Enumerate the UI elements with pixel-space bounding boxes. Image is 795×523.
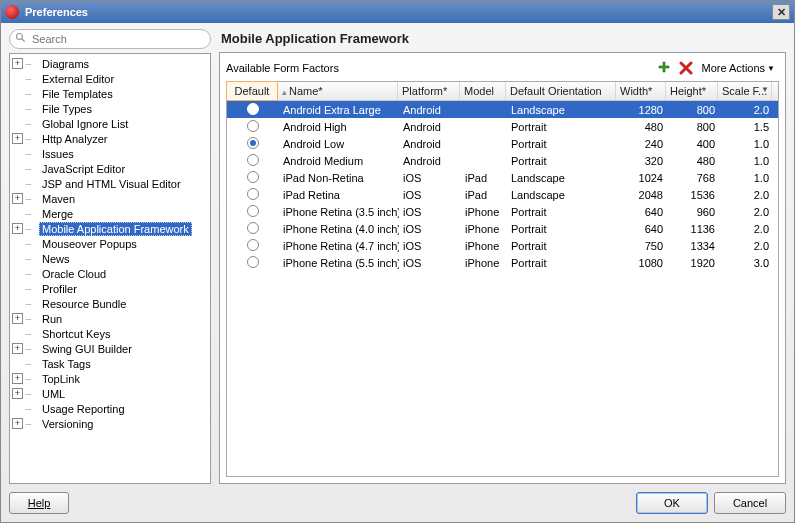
cell-scale: 1.0 bbox=[719, 172, 773, 184]
cell-width: 320 bbox=[617, 155, 667, 167]
tree-item[interactable]: +····Maven bbox=[10, 191, 210, 206]
tree-item[interactable]: ····Oracle Cloud bbox=[10, 266, 210, 281]
expand-icon[interactable]: + bbox=[12, 388, 23, 399]
cell-default[interactable] bbox=[227, 222, 279, 236]
tree-item[interactable]: ····File Templates bbox=[10, 86, 210, 101]
svg-line-1 bbox=[22, 39, 25, 42]
category-tree[interactable]: +····Diagrams····External Editor····File… bbox=[9, 53, 211, 484]
cell-default[interactable] bbox=[227, 171, 279, 185]
tree-item[interactable]: +····UML bbox=[10, 386, 210, 401]
titlebar: Preferences ✕ bbox=[1, 1, 794, 23]
tree-item[interactable]: ····Global Ignore List bbox=[10, 116, 210, 131]
tree-item[interactable]: ····Mouseover Popups bbox=[10, 236, 210, 251]
more-actions-button[interactable]: More Actions ▼ bbox=[697, 62, 779, 74]
cell-default[interactable] bbox=[227, 256, 279, 270]
close-icon[interactable]: ✕ bbox=[772, 4, 790, 20]
left-panel: +····Diagrams····External Editor····File… bbox=[9, 29, 211, 484]
expand-icon[interactable]: + bbox=[12, 313, 23, 324]
tree-item[interactable]: ····Usage Reporting bbox=[10, 401, 210, 416]
expand-spacer bbox=[12, 118, 23, 129]
table-row[interactable]: Android HighAndroidPortrait4808001.5 bbox=[227, 118, 778, 135]
table-row[interactable]: Android LowAndroidPortrait2404001.0 bbox=[227, 135, 778, 152]
tree-item[interactable]: ····JSP and HTML Visual Editor bbox=[10, 176, 210, 191]
expand-icon[interactable]: + bbox=[12, 373, 23, 384]
expand-spacer bbox=[12, 403, 23, 414]
cell-default[interactable] bbox=[227, 103, 279, 117]
col-height[interactable]: Height* bbox=[666, 82, 718, 100]
tree-item[interactable]: ····Issues bbox=[10, 146, 210, 161]
tree-item[interactable]: +····Versioning bbox=[10, 416, 210, 431]
col-name[interactable]: Name* bbox=[278, 82, 398, 100]
default-radio[interactable] bbox=[247, 222, 259, 234]
table-row[interactable]: iPhone Retina (5.5 inch)iOSiPhonePortrai… bbox=[227, 254, 778, 271]
tree-item[interactable]: ····External Editor bbox=[10, 71, 210, 86]
tree-item[interactable]: ····File Types bbox=[10, 101, 210, 116]
tree-item[interactable]: +····TopLink bbox=[10, 371, 210, 386]
default-radio[interactable] bbox=[247, 239, 259, 251]
cell-default[interactable] bbox=[227, 188, 279, 202]
tree-item[interactable]: ····Resource Bundle bbox=[10, 296, 210, 311]
search-input[interactable] bbox=[9, 29, 211, 49]
cell-default[interactable] bbox=[227, 120, 279, 134]
ok-button[interactable]: OK bbox=[636, 492, 708, 514]
tree-item[interactable]: ····Merge bbox=[10, 206, 210, 221]
col-scale[interactable]: Scale F...▼ bbox=[718, 82, 772, 100]
tree-item-label: JavaScript Editor bbox=[39, 163, 128, 175]
tree-item-label: Global Ignore List bbox=[39, 118, 131, 130]
tree-connector: ···· bbox=[25, 374, 37, 384]
tree-item[interactable]: ····News bbox=[10, 251, 210, 266]
table-row[interactable]: iPhone Retina (4.0 inch)iOSiPhonePortrai… bbox=[227, 220, 778, 237]
cell-orientation: Portrait bbox=[507, 240, 617, 252]
cell-width: 750 bbox=[617, 240, 667, 252]
cancel-button[interactable]: Cancel bbox=[714, 492, 786, 514]
tree-item[interactable]: +····Diagrams bbox=[10, 56, 210, 71]
default-radio[interactable] bbox=[247, 188, 259, 200]
chevron-down-icon[interactable]: ▼ bbox=[761, 85, 769, 94]
expand-icon[interactable]: + bbox=[12, 223, 23, 234]
col-orientation[interactable]: Default Orientation bbox=[506, 82, 616, 100]
cell-orientation: Landscape bbox=[507, 104, 617, 116]
table-row[interactable]: iPad RetinaiOSiPadLandscape204815362.0 bbox=[227, 186, 778, 203]
add-button[interactable] bbox=[655, 59, 673, 77]
expand-icon[interactable]: + bbox=[12, 133, 23, 144]
table-row[interactable]: Android MediumAndroidPortrait3204801.0 bbox=[227, 152, 778, 169]
cell-width: 2048 bbox=[617, 189, 667, 201]
default-radio[interactable] bbox=[247, 103, 259, 115]
default-radio[interactable] bbox=[247, 137, 259, 149]
table-row[interactable]: iPhone Retina (3.5 inch)iOSiPhonePortrai… bbox=[227, 203, 778, 220]
default-radio[interactable] bbox=[247, 154, 259, 166]
table-row[interactable]: iPad Non-RetinaiOSiPadLandscape10247681.… bbox=[227, 169, 778, 186]
cell-default[interactable] bbox=[227, 137, 279, 151]
table-body[interactable]: Android Extra LargeAndroidLandscape12808… bbox=[227, 101, 778, 476]
col-platform[interactable]: Platform* bbox=[398, 82, 460, 100]
cell-default[interactable] bbox=[227, 205, 279, 219]
tree-item-label: Swing GUI Builder bbox=[39, 343, 135, 355]
default-radio[interactable] bbox=[247, 205, 259, 217]
tree-item[interactable]: ····Profiler bbox=[10, 281, 210, 296]
help-button[interactable]: Help bbox=[9, 492, 69, 514]
default-radio[interactable] bbox=[247, 120, 259, 132]
table-row[interactable]: Android Extra LargeAndroidLandscape12808… bbox=[227, 101, 778, 118]
cell-default[interactable] bbox=[227, 154, 279, 168]
tree-item[interactable]: ····Shortcut Keys bbox=[10, 326, 210, 341]
tree-connector: ···· bbox=[25, 284, 37, 294]
col-default[interactable]: Default bbox=[226, 81, 278, 101]
default-radio[interactable] bbox=[247, 171, 259, 183]
delete-button[interactable] bbox=[677, 59, 695, 77]
cell-platform: iOS bbox=[399, 189, 461, 201]
cell-default[interactable] bbox=[227, 239, 279, 253]
tree-item[interactable]: ····JavaScript Editor bbox=[10, 161, 210, 176]
col-model[interactable]: Model bbox=[460, 82, 506, 100]
expand-icon[interactable]: + bbox=[12, 418, 23, 429]
default-radio[interactable] bbox=[247, 256, 259, 268]
expand-icon[interactable]: + bbox=[12, 343, 23, 354]
tree-item[interactable]: +····Mobile Application Framework bbox=[10, 221, 210, 236]
tree-item[interactable]: +····Run bbox=[10, 311, 210, 326]
tree-item[interactable]: +····Swing GUI Builder bbox=[10, 341, 210, 356]
expand-icon[interactable]: + bbox=[12, 193, 23, 204]
col-width[interactable]: Width* bbox=[616, 82, 666, 100]
expand-icon[interactable]: + bbox=[12, 58, 23, 69]
tree-item[interactable]: +····Http Analyzer bbox=[10, 131, 210, 146]
table-row[interactable]: iPhone Retina (4.7 inch)iOSiPhonePortrai… bbox=[227, 237, 778, 254]
tree-item[interactable]: ····Task Tags bbox=[10, 356, 210, 371]
